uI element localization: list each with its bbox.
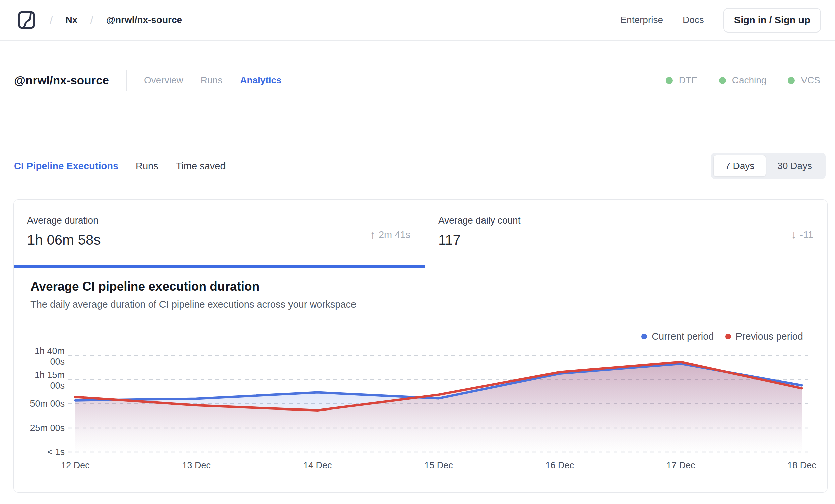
- legend-dot-icon: [641, 334, 647, 340]
- stat-value: 1h 06m 58s: [27, 232, 101, 248]
- divider: [644, 70, 644, 91]
- page-title: @nrwl/nx-source: [14, 74, 109, 87]
- stat-value: 117: [438, 232, 461, 248]
- enterprise-link[interactable]: Enterprise: [620, 15, 663, 25]
- chart-title: Average CI pipeline execution duration: [30, 280, 259, 294]
- tab-ci-pipeline-executions[interactable]: CI Pipeline Executions: [14, 161, 118, 172]
- tab-overview[interactable]: Overview: [144, 75, 183, 86]
- range-30-days[interactable]: 30 Days: [766, 156, 823, 176]
- top-nav-right: Enterprise Docs Sign in / Sign up: [620, 8, 821, 33]
- legend-label: Previous period: [736, 331, 803, 342]
- legend-current-period[interactable]: Current period: [641, 331, 714, 342]
- tab-time-saved[interactable]: Time saved: [176, 161, 226, 172]
- stat-card-average-duration[interactable]: Average duration 1h 06m 58s ↑ 2m 41s: [14, 200, 425, 268]
- legend-dot-icon: [726, 334, 731, 340]
- stat-label: Average daily count: [438, 215, 521, 226]
- docs-link[interactable]: Docs: [683, 15, 704, 25]
- date-range-toggle: 7 Days 30 Days: [711, 153, 826, 179]
- chart-subtitle: The daily average duration of CI pipelin…: [30, 299, 356, 310]
- tab-analytics-runs[interactable]: Runs: [136, 161, 159, 172]
- status-dte: DTE: [666, 75, 698, 86]
- divider: [126, 70, 127, 91]
- stat-label: Average duration: [27, 215, 99, 226]
- green-dot-icon: [666, 77, 673, 84]
- legend-label: Current period: [652, 331, 714, 342]
- tab-runs[interactable]: Runs: [201, 75, 223, 86]
- arrow-down-icon: ↓: [791, 228, 796, 241]
- chart-legend: Current period Previous period: [630, 331, 803, 342]
- sign-in-button[interactable]: Sign in / Sign up: [724, 8, 821, 33]
- workspace-status: DTE Caching VCS: [644, 70, 820, 91]
- stat-delta: ↓ -11: [791, 228, 813, 241]
- analytics-panel: Average duration 1h 06m 58s ↑ 2m 41s Ave…: [14, 199, 828, 492]
- nx-cloud-logo-icon[interactable]: [16, 10, 37, 31]
- delta-value: 2m 41s: [379, 229, 410, 240]
- status-label: Caching: [732, 75, 767, 86]
- breadcrumb-workspace[interactable]: @nrwl/nx-source: [106, 15, 182, 25]
- breadcrumb-org[interactable]: Nx: [65, 15, 77, 25]
- arrow-up-icon: ↑: [370, 228, 375, 241]
- legend-previous-period[interactable]: Previous period: [726, 331, 803, 342]
- status-vcs: VCS: [788, 75, 820, 86]
- top-nav: / Nx / @nrwl/nx-source Enterprise Docs S…: [0, 0, 835, 41]
- range-7-days[interactable]: 7 Days: [713, 155, 766, 177]
- tab-analytics[interactable]: Analytics: [240, 75, 282, 86]
- breadcrumb-separator: /: [49, 14, 53, 27]
- analytics-controls: CI Pipeline Executions Runs Time saved 7…: [0, 153, 835, 179]
- stats-row: Average duration 1h 06m 58s ↑ 2m 41s Ave…: [14, 200, 827, 268]
- status-caching: Caching: [719, 75, 767, 86]
- active-stat-indicator: [14, 265, 425, 268]
- workspace-header: @nrwl/nx-source Overview Runs Analytics …: [0, 67, 835, 94]
- stat-delta: ↑ 2m 41s: [370, 228, 410, 241]
- delta-value: -11: [800, 229, 813, 240]
- status-label: DTE: [679, 75, 698, 86]
- status-label: VCS: [801, 75, 820, 86]
- green-dot-icon: [788, 77, 795, 84]
- green-dot-icon: [719, 77, 726, 84]
- stat-card-average-daily-count[interactable]: Average daily count 117 ↓ -11: [425, 200, 827, 268]
- breadcrumb-separator: /: [90, 14, 93, 27]
